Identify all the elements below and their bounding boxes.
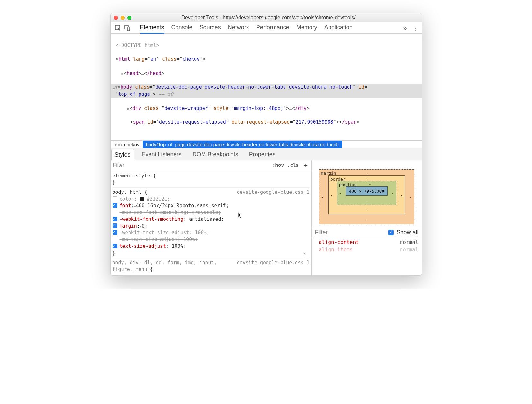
close-window-button[interactable] — [114, 16, 118, 20]
main-toolbar: Elements Console Sources Network Perform… — [111, 22, 422, 34]
tab-memory[interactable]: Memory — [296, 22, 317, 34]
rule-more-button[interactable]: ⋮ — [301, 254, 308, 257]
rule-element-style[interactable]: element.style { } — [113, 171, 310, 188]
side-tab-dom-breakpoints[interactable]: DOM Breakpoints — [189, 149, 241, 160]
main-split: Filter :hov .cls ＋ element.style { } dev… — [111, 160, 422, 275]
inspect-element-icon[interactable] — [114, 24, 122, 31]
prop-toggle-checkbox[interactable] — [113, 217, 117, 221]
prop-margin[interactable]: margin:▶0; — [113, 223, 310, 229]
collapse-triangle-icon[interactable]: ▼ — [115, 85, 118, 90]
dom-doctype: <!DOCTYPE html> — [116, 42, 159, 48]
cls-button[interactable]: .cls — [285, 162, 300, 168]
show-all-label: Show all — [396, 229, 418, 236]
dom-node-span[interactable]: <span id="devsite-request-elapsed" data-… — [113, 119, 420, 126]
dom-tree[interactable]: <!DOCTYPE html> <html lang="en" class="c… — [111, 34, 422, 140]
rule-body-html[interactable]: devsite-google-blue.css:1 body, html { c… — [113, 188, 310, 258]
prop-color[interactable]: color: #212121; — [113, 196, 310, 202]
devtools-window: Developer Tools - https://developers.goo… — [110, 13, 422, 276]
title-bar: Developer Tools - https://developers.goo… — [111, 13, 422, 22]
prop-toggle-checkbox[interactable] — [113, 230, 117, 235]
stylesheet-source-link[interactable]: devsite-google-blue.css:1 — [237, 189, 310, 196]
dom-node-body[interactable]: …▼<body class="devsite-doc-page devsite-… — [111, 84, 422, 98]
settings-menu-button[interactable]: ⋮ — [410, 24, 420, 32]
breadcrumb-item-html[interactable]: html.chekov — [111, 141, 143, 148]
dom-breadcrumb: html.chekov body#top_of_page.devsite-doc… — [111, 140, 422, 148]
styles-pane: Filter :hov .cls ＋ element.style { } dev… — [111, 160, 312, 275]
stylesheet-source-link[interactable]: devsite-google-blue.css:1 — [237, 259, 310, 266]
tab-sources[interactable]: Sources — [200, 22, 221, 34]
box-model[interactable]: margin - - - - border - - - - padding — [312, 160, 422, 227]
styles-body: element.style { } devsite-google-blue.cs… — [111, 170, 311, 275]
side-tab-styles[interactable]: Styles — [111, 149, 134, 160]
side-tab-event-listeners[interactable]: Event Listeners — [139, 149, 185, 160]
prop-webkit-text-size-adjust[interactable]: -webkit-text-size-adjust: 100%; — [113, 229, 310, 236]
panel-tabs: Elements Console Sources Network Perform… — [133, 22, 353, 34]
traffic-lights — [114, 16, 131, 20]
dom-node-head[interactable]: ▶<head>…</head> — [113, 70, 420, 77]
computed-properties-list[interactable]: align-content normal align-items normal — [312, 238, 422, 255]
computed-filter-row: Filter Show all — [312, 227, 422, 238]
tab-application[interactable]: Application — [324, 22, 353, 34]
computed-pane: margin - - - - border - - - - padding — [312, 160, 422, 275]
tabs-overflow-button[interactable]: » — [400, 24, 410, 32]
color-swatch[interactable] — [140, 197, 144, 201]
computed-filter-input[interactable]: Filter — [315, 229, 386, 236]
prop-ms-text-size-adjust[interactable]: -ms-text-size-adjust: 100%; — [113, 236, 310, 243]
side-tab-properties[interactable]: Properties — [246, 149, 279, 160]
device-toggle-icon[interactable] — [123, 24, 131, 31]
tab-network[interactable]: Network — [228, 22, 249, 34]
zoom-window-button[interactable] — [127, 16, 131, 20]
tab-elements[interactable]: Elements — [140, 22, 164, 34]
tab-console[interactable]: Console — [171, 22, 193, 34]
breadcrumb-item-body[interactable]: body#top_of_page.devsite-doc-page.devsit… — [143, 141, 342, 148]
prop-toggle-checkbox[interactable] — [113, 244, 117, 248]
new-style-rule-button[interactable]: ＋ — [301, 161, 309, 169]
show-all-checkbox[interactable] — [388, 230, 394, 235]
styles-filter-row: Filter :hov .cls ＋ — [111, 160, 311, 170]
prop-moz-font-smoothing[interactable]: -moz-osx-font-smoothing: grayscale; — [113, 209, 310, 216]
prop-toggle-checkbox[interactable] — [113, 203, 117, 208]
expand-triangle-icon[interactable]: ▶ — [127, 106, 130, 111]
tab-performance[interactable]: Performance — [256, 22, 289, 34]
prop-toggle-checkbox[interactable] — [113, 196, 117, 201]
prop-text-size-adjust[interactable]: text-size-adjust: 100%; — [113, 243, 310, 250]
expand-triangle-icon[interactable]: ▶ — [122, 71, 124, 76]
styles-filter-input[interactable]: Filter — [113, 162, 125, 168]
prop-toggle-checkbox[interactable] — [113, 223, 117, 228]
sidebar-tabs: Styles Event Listeners DOM Breakpoints P… — [111, 148, 422, 160]
prop-webkit-font-smoothing[interactable]: -webkit-font-smoothing: antialiased; — [113, 216, 310, 223]
svg-rect-2 — [127, 27, 130, 31]
hov-button[interactable]: :hov — [271, 162, 285, 168]
minimize-window-button[interactable] — [121, 16, 125, 20]
dom-node-html[interactable]: <html lang="en" class="chekov"> — [113, 56, 420, 63]
box-model-content: 400 × 7975.080 — [346, 186, 388, 196]
rule-body-div-etc[interactable]: devsite-google-blue.css:1 body, div, dl,… — [113, 258, 310, 274]
dom-node-div[interactable]: ▶<div class="devsite-wrapper" style="mar… — [113, 105, 420, 112]
window-title: Developer Tools - https://developers.goo… — [131, 15, 419, 21]
prop-font[interactable]: font:▶400 16px/24px Roboto,sans-serif; — [113, 202, 310, 209]
